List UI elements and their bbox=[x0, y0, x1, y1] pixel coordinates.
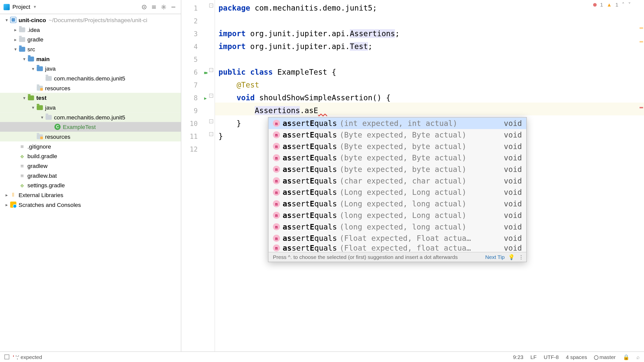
completion-name: assertEquals bbox=[283, 130, 337, 139]
tree-node[interactable]: ▸resources bbox=[0, 83, 181, 93]
tree-node[interactable]: ▸resources bbox=[0, 132, 181, 142]
bulb-icon[interactable]: 💡 bbox=[508, 254, 515, 260]
chevron-right-icon[interactable]: ▸ bbox=[12, 27, 19, 32]
tree-node[interactable]: ▸⫴External Libraries bbox=[0, 190, 181, 200]
tree-node[interactable]: ▸≡gradlew.bat bbox=[0, 171, 181, 180]
code-line[interactable]: import org.junit.jupiter.api.Test; bbox=[219, 40, 644, 53]
code-line[interactable]: void shouldShowSimpleAssertion() { bbox=[219, 92, 644, 104]
code-line[interactable]: public class ExampleTest { bbox=[219, 66, 644, 79]
code-line[interactable]: Assertions.asE bbox=[219, 104, 644, 117]
completion-item[interactable]: massertEquals(Long expected, long actual… bbox=[268, 198, 526, 210]
next-highlight-button[interactable]: ˅ bbox=[628, 2, 631, 8]
settings-gear-icon[interactable] bbox=[160, 3, 168, 11]
cursor-position[interactable]: 9:23 bbox=[513, 354, 523, 360]
fold-toggle-icon[interactable]: − bbox=[209, 68, 213, 72]
chevron-down-icon[interactable]: ▾ bbox=[21, 95, 27, 100]
run-gutter-icon[interactable]: ▸ bbox=[204, 94, 208, 102]
chevron-down-icon[interactable]: ▾ bbox=[39, 115, 45, 119]
chevron-right-icon[interactable]: ▸ bbox=[4, 202, 10, 207]
tree-node[interactable]: ▸com.mechanitis.demo.junit5 bbox=[0, 73, 181, 83]
tree-node[interactable]: ▾unit-cinco~/Documents/Projects/trishage… bbox=[0, 15, 181, 25]
tree-node[interactable]: ▸≡gradlew bbox=[0, 161, 181, 171]
project-icon bbox=[4, 4, 10, 10]
next-tip-link[interactable]: Next Tip bbox=[485, 254, 505, 260]
indent-settings[interactable]: 4 spaces bbox=[566, 354, 587, 360]
chevron-right-icon[interactable]: ▸ bbox=[4, 193, 10, 197]
readonly-toggle-icon[interactable]: 🔒 bbox=[623, 354, 629, 360]
tree-node[interactable]: ▾java bbox=[0, 64, 181, 73]
tree-node[interactable]: ▾com.mechanitis.demo.junit5 bbox=[0, 112, 181, 122]
tree-node[interactable]: ▸⟐build.gradle bbox=[0, 151, 181, 161]
error-count: 1 bbox=[600, 2, 603, 8]
chevron-down-icon[interactable]: ▾ bbox=[12, 47, 19, 51]
code-line[interactable]: package com.mechanitis.demo.junit5; bbox=[219, 2, 644, 15]
completion-item[interactable]: massertEquals(Long expected, Long actual… bbox=[268, 187, 526, 198]
run-gutter-icon[interactable]: ▸ bbox=[204, 68, 208, 76]
status-search-icon[interactable]: ⌕ bbox=[636, 354, 639, 360]
chevron-down-icon[interactable]: ▾ bbox=[30, 105, 36, 110]
folder-icon bbox=[19, 36, 26, 43]
fold-strip[interactable]: −−−−− bbox=[208, 0, 215, 351]
fold-toggle-icon[interactable]: − bbox=[209, 4, 213, 8]
tool-window-quick-access-button[interactable] bbox=[5, 354, 9, 359]
completion-params: (long expected, Long actual) bbox=[340, 211, 466, 220]
git-branch[interactable]: master bbox=[594, 354, 616, 360]
more-options-icon[interactable]: ⋮ bbox=[518, 254, 524, 260]
code-line[interactable] bbox=[219, 53, 644, 66]
editor-gutter[interactable]: 123456▸78▸9101112−−−−− bbox=[181, 0, 215, 351]
chevron-down-icon[interactable]: ▾ bbox=[21, 56, 27, 61]
select-opened-file-button[interactable] bbox=[140, 3, 148, 11]
fold-toggle-icon[interactable]: − bbox=[209, 94, 213, 98]
prev-highlight-button[interactable]: ˄ bbox=[622, 2, 625, 8]
fold-toggle-icon[interactable]: − bbox=[209, 132, 213, 136]
inspection-widget[interactable]: 1 ▲ 1 ˄ ˅ bbox=[593, 2, 631, 8]
tree-node[interactable]: ▸Scratches and Consoles bbox=[0, 200, 181, 210]
completion-item[interactable]: massertEquals(Byte expected, byte actual… bbox=[268, 141, 526, 152]
code-completion-popup[interactable]: massertEquals(int expected, int actual)v… bbox=[268, 117, 527, 262]
method-icon: m bbox=[273, 154, 280, 161]
code-line[interactable]: @Test bbox=[219, 79, 644, 92]
warning-marker[interactable] bbox=[639, 27, 643, 29]
tree-node-label: test bbox=[36, 94, 47, 101]
completion-item[interactable]: massertEquals(char expected, char actual… bbox=[268, 175, 526, 187]
chevron-down-icon[interactable]: ▾ bbox=[4, 17, 10, 22]
tree-node[interactable]: ▾java bbox=[0, 103, 181, 112]
completion-name: assertEquals bbox=[283, 153, 337, 162]
tree-node[interactable]: ▸gradle bbox=[0, 34, 181, 44]
completion-item[interactable]: massertEquals(byte expected, byte actual… bbox=[268, 164, 526, 175]
completion-item[interactable]: massertEquals(byte expected, Byte actual… bbox=[268, 152, 526, 164]
file-encoding[interactable]: UTF-8 bbox=[544, 354, 559, 360]
completion-return-type: void bbox=[504, 188, 522, 197]
completion-item[interactable]: massertEquals(int expected, int actual)v… bbox=[268, 118, 526, 129]
minimize-panel-button[interactable] bbox=[169, 3, 177, 11]
tree-node[interactable]: ▾src bbox=[0, 44, 181, 54]
line-separator[interactable]: LF bbox=[531, 354, 537, 360]
error-stripe[interactable] bbox=[639, 0, 644, 351]
completion-item[interactable]: massertEquals(long expected, long actual… bbox=[268, 221, 526, 233]
code-line[interactable]: import org.junit.jupiter.api.Assertions; bbox=[219, 27, 644, 40]
tree-node[interactable]: ▸⟐settings.gradle bbox=[0, 180, 181, 190]
completion-item[interactable]: massertEquals(long expected, Long actual… bbox=[268, 209, 526, 221]
tree-node[interactable]: ▾main bbox=[0, 54, 181, 64]
tree-node[interactable]: ▸.idea bbox=[0, 25, 181, 34]
completion-params: (byte expected, Byte actual) bbox=[340, 153, 466, 162]
project-view-selector[interactable]: Project ▾ bbox=[4, 4, 138, 10]
tree-node[interactable]: ▸≡.gitignore bbox=[0, 142, 181, 151]
project-tree[interactable]: ▾unit-cinco~/Documents/Projects/trishage… bbox=[0, 14, 181, 351]
completion-item[interactable]: massertEquals(Float expected, Float actu… bbox=[268, 233, 526, 244]
tree-node-label: com.mechanitis.demo.junit5 bbox=[54, 114, 125, 120]
tree-node-label: java bbox=[45, 104, 56, 111]
expand-all-button[interactable] bbox=[150, 3, 158, 11]
error-marker[interactable] bbox=[639, 107, 643, 108]
completion-item[interactable]: massertEquals(Byte expected, Byte actual… bbox=[268, 129, 526, 141]
warning-marker[interactable] bbox=[639, 41, 643, 42]
fold-toggle-icon[interactable]: − bbox=[209, 119, 213, 123]
tree-node-label: resources bbox=[45, 133, 70, 140]
code-line[interactable] bbox=[219, 15, 644, 27]
tree-node[interactable]: ▸CExampleTest bbox=[0, 122, 181, 132]
file-icon: ≡ bbox=[19, 172, 26, 179]
chevron-down-icon[interactable]: ▾ bbox=[30, 66, 36, 71]
chevron-right-icon[interactable]: ▸ bbox=[12, 37, 19, 42]
completion-item[interactable]: massertEquals(Float expected, float actu… bbox=[268, 244, 526, 252]
tree-node[interactable]: ▾test bbox=[0, 93, 181, 103]
